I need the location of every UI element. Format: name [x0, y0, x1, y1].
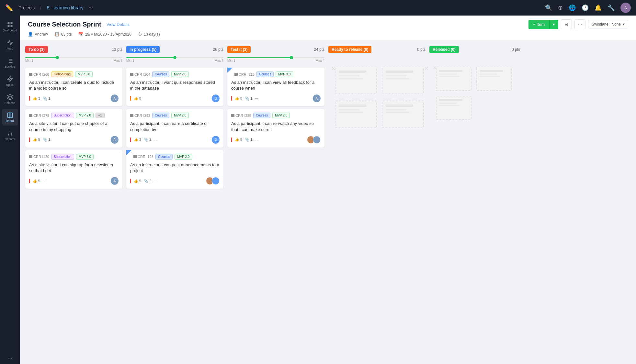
card-crr-i198[interactable]: CRR-I198 Courses MVP 2.0 As an instructo… — [126, 150, 223, 189]
more-options[interactable]: ··· — [89, 5, 93, 11]
clock-icon[interactable]: 🕐 — [582, 4, 589, 11]
sidebar-item-dashboard[interactable]: Dashboard — [2, 18, 18, 35]
swimlane-label: Swimlane: — [592, 22, 609, 27]
card-body: As a site visitor, I can put one chapter… — [29, 121, 119, 132]
top-navigation: ✏️ Projects / E - learning library ··· 🔍… — [0, 0, 636, 16]
svg-rect-19 — [29, 155, 32, 158]
tag-mvp: MVP 2.0 — [175, 154, 192, 160]
card-body: As a participant, I can earn a certifica… — [130, 121, 220, 132]
card-id: CRR-I215 — [234, 72, 255, 76]
kanban-board: To do (3) 13 pts Min 1 Max 3 — [20, 41, 636, 364]
priority-indicator — [130, 96, 131, 101]
sidebar-item-label: Feed — [6, 47, 13, 50]
add-icon[interactable]: ⊕ — [558, 4, 563, 11]
card-crr-i215[interactable]: CRR-I215 Courses MVP 3.0 As an instructo… — [227, 68, 324, 106]
tag-mvp: MVP 3.0 — [75, 72, 93, 77]
column-readytorelease: Ready to release (0) 0 pts ✕ — [328, 46, 426, 359]
more-options-button[interactable]: ··· — [574, 19, 585, 29]
tag-onboarding: Onboarding — [51, 72, 73, 77]
sidebar-more[interactable]: ··· — [7, 355, 12, 361]
card-id: CRR-I293 — [130, 114, 150, 117]
assignee-avatar: A — [111, 136, 119, 144]
card-id: CRR-I198 — [133, 155, 153, 159]
card-body: As a participant, I can re-watch any vid… — [231, 121, 321, 132]
card-footer: 👍 5 📎 2 ··· — [130, 177, 220, 185]
comments-count: 📎 1 — [245, 96, 252, 101]
released-pts: 0 pts — [512, 47, 520, 52]
tag-courses: Courses — [155, 154, 173, 160]
card-crr-i278[interactable]: CRR-I278 Subscription MVP 2.0 +1 As a si… — [25, 109, 122, 147]
column-released: Released (0) 0 pts ✕ — [429, 46, 520, 359]
likes-count: 👍 8 — [235, 96, 242, 101]
likes-count: 👍 3 — [33, 96, 40, 101]
search-icon[interactable]: 🔍 — [545, 4, 552, 11]
svg-rect-2 — [7, 25, 9, 27]
tag-courses: Courses — [256, 72, 274, 77]
sidebar-item-backlog[interactable]: Backlog — [2, 54, 18, 71]
tag-extra: +1 — [96, 113, 104, 118]
card-footer: 👍 5 ··· A — [29, 177, 119, 185]
copy-icon: 📋 — [54, 32, 60, 37]
author-value: Andrew — [35, 32, 48, 37]
sidebar-item-epics[interactable]: Epics — [2, 72, 18, 89]
sidebar-item-label: Board — [6, 119, 14, 123]
add-item-caret[interactable]: ▾ — [549, 20, 558, 29]
card-crr-i266[interactable]: CRR-I266 Onboarding MVP 3.0 As an instru… — [25, 68, 122, 106]
tag-mvp: MVP 3.0 — [76, 154, 94, 160]
filter-button[interactable]: ⊟ — [561, 19, 572, 29]
card-footer: 👍 3 📎 1 A — [29, 94, 119, 102]
tag-mvp: MVP 2.0 — [76, 113, 94, 118]
meta-author: 👤 Andrew — [28, 32, 48, 37]
svg-rect-1 — [10, 22, 12, 24]
sidebar: Dashboard Feed Backlog Epics Release Boa… — [0, 16, 20, 364]
sidebar-item-board[interactable]: Board — [2, 109, 18, 126]
sidebar-item-reports[interactable]: Reports — [2, 127, 18, 144]
card-crr-i120[interactable]: CRR-I120 Subscription MVP 3.0 As a site … — [25, 150, 122, 189]
card-body: As an instructor, I can view all feedbac… — [231, 80, 321, 91]
assignee-avatar: A — [313, 94, 321, 102]
app-logo: ✏️ — [5, 4, 13, 12]
globe-icon[interactable]: 🌐 — [569, 4, 576, 11]
likes-count: 👍 8 — [235, 138, 242, 142]
person-icon: 👤 — [28, 32, 33, 37]
card-crr-i204[interactable]: CRR-I204 Courses MVP 2.0 As an instructo… — [126, 68, 223, 106]
card-crr-i293[interactable]: CRR-I293 Courses MVP 2.0 As a participan… — [126, 109, 223, 147]
column-testit: Test it (3) 24 pts Min 1 Max 4 — [227, 46, 324, 359]
tag-subscription: Subscription — [51, 113, 74, 118]
progress-max: Max 4 — [316, 59, 324, 62]
priority-indicator — [29, 96, 30, 101]
view-details-link[interactable]: View Details — [107, 22, 130, 27]
likes-count: 👍 8 — [134, 96, 141, 101]
released-badge: Released (0) — [429, 46, 459, 53]
date-range-value: 29/Mar/2020 - 15/Apr/2020 — [85, 32, 131, 37]
column-inprogress: In progress (5) 26 pts Min 1 Max 5 — [126, 46, 223, 359]
add-item-button[interactable]: + Item — [528, 20, 550, 29]
user-avatar[interactable]: A — [620, 3, 631, 13]
card-footer: 👍 8 B — [130, 94, 220, 102]
main-content: Course Selection Sprint View Details + I… — [20, 16, 636, 364]
card-body: As a site visitor, I can sign up for a n… — [29, 162, 119, 174]
priority-indicator — [29, 138, 30, 142]
card-crr-i289[interactable]: CRR-I289 Courses MVP 2.0 As a participan… — [227, 109, 324, 147]
tag-courses: Courses — [152, 72, 169, 77]
projects-link[interactable]: Projects — [18, 5, 35, 10]
tag-mvp: MVP 2.0 — [171, 113, 189, 118]
bell-icon[interactable]: 🔔 — [595, 4, 602, 11]
swimlane-control[interactable]: Swimlane: None ▾ — [588, 20, 628, 28]
page-title: Course Selection Sprint — [28, 21, 101, 28]
current-project-label[interactable]: E - learning library — [47, 5, 84, 10]
card-id: CRR-I204 — [130, 72, 150, 76]
column-readytorelease-header: Ready to release (0) 0 pts — [328, 46, 426, 53]
sidebar-item-release[interactable]: Release — [2, 91, 18, 107]
tools-icon[interactable]: 🔧 — [608, 4, 615, 11]
points-value: 63 pts — [61, 32, 72, 37]
svg-rect-20 — [130, 73, 133, 76]
tag-mvp: MVP 2.0 — [171, 72, 189, 77]
sidebar-item-feed[interactable]: Feed — [2, 36, 18, 53]
assignee-avatars — [206, 177, 220, 185]
released-empty-state: ✕ — [429, 57, 520, 359]
todo-progress: Min 1 Max 3 — [25, 57, 122, 62]
likes-count: 👍 5 — [33, 179, 40, 183]
svg-rect-18 — [29, 114, 32, 117]
page-header: Course Selection Sprint View Details + I… — [20, 16, 636, 41]
